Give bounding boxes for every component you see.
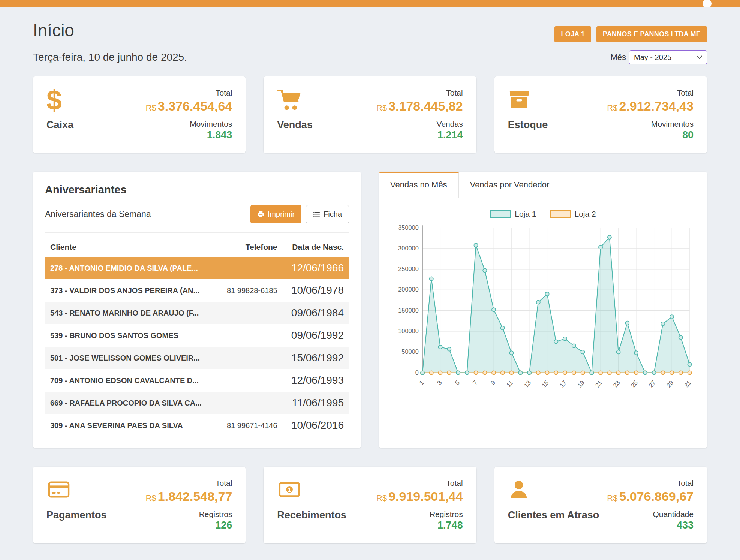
stat-card-title: Clientes em Atraso — [508, 509, 599, 521]
svg-text:50000: 50000 — [401, 348, 419, 355]
stat-total-label: Total — [376, 479, 463, 488]
birthday-row[interactable]: 309 - ANA SEVERINA PAES DA SILVA 81 9967… — [45, 414, 349, 437]
stat-card-title: Pagamentos — [46, 509, 107, 521]
svg-text:1: 1 — [288, 487, 291, 493]
svg-text:350000: 350000 — [398, 224, 419, 231]
stat-total-value: R$3.178.445,82 — [376, 99, 463, 114]
birthday-row[interactable]: 709 - ANTONIO EDSON CAVALCANTE D... 12/0… — [45, 369, 349, 392]
printer-icon — [257, 211, 264, 218]
current-date: Terça-feira, 10 de junho de 2025. — [33, 51, 187, 63]
birthdays-title: Aniversariantes — [45, 184, 349, 196]
client-cell: 539 - BRUNO DOS SANTOS GOMES — [45, 324, 207, 347]
legend-item-loja2: Loja 2 — [550, 210, 596, 219]
stat-total-label: Total — [607, 479, 694, 488]
box-icon — [508, 88, 548, 113]
stat-total-label: Total — [146, 88, 232, 97]
birthday-row[interactable]: 539 - BRUNO DOS SANTOS GOMES 09/06/1992 — [45, 324, 349, 347]
ficha-button[interactable]: Ficha — [306, 205, 349, 223]
birthday-row[interactable]: 373 - VALDIR DOS ANJOS PEREIRA (AN... 81… — [45, 279, 349, 302]
stat-card-recebimentos: 1 Recebimentos Total R$9.919.501,44 Regi… — [264, 467, 476, 543]
dollar-icon: $ — [46, 88, 73, 113]
birthdate-cell: 10/06/1978 — [283, 279, 349, 302]
svg-text:25: 25 — [629, 379, 639, 389]
column-header-nascimento: Data de Nasc. — [283, 236, 349, 257]
stat-card-title: Recebimentos — [277, 509, 346, 521]
birthday-row[interactable]: 543 - RENATO MARINHO DE ARAUJO (F... 09/… — [45, 302, 349, 324]
user-avatar[interactable] — [703, 0, 712, 7]
month-select[interactable]: May - 2025 — [629, 50, 707, 64]
stat-card-title: Caixa — [46, 119, 73, 131]
svg-text:13: 13 — [523, 379, 532, 389]
print-button[interactable]: Imprimir — [250, 205, 301, 223]
birthdate-cell: 12/06/1993 — [283, 369, 349, 392]
shopping-cart-icon — [277, 88, 313, 113]
birthday-row[interactable]: 501 - JOSE WELISSON GOMES OLIVEIR... 15/… — [45, 347, 349, 369]
stat-card-vendas: Vendas Total R$3.178.445,82 Vendas 1.214 — [264, 76, 476, 153]
stat-card-title: Vendas — [277, 119, 313, 131]
birthday-row[interactable]: 669 - RAFAELA PROCOPIO DA SILVA CA... 11… — [45, 392, 349, 414]
phone-cell: 81 99828-6185 — [207, 279, 283, 302]
svg-text:100000: 100000 — [398, 328, 419, 334]
svg-text:1: 1 — [418, 379, 425, 386]
birthdate-cell: 09/06/1992 — [283, 324, 349, 347]
column-header-telefone: Telefone — [207, 236, 283, 257]
phone-cell — [207, 324, 283, 347]
stat-card-estoque: Estoque Total R$2.912.734,43 Movimentos … — [494, 76, 707, 153]
stat-total-value: R$9.919.501,44 — [376, 489, 463, 504]
client-cell: 373 - VALDIR DOS ANJOS PEREIRA (AN... — [45, 279, 207, 302]
phone-cell — [207, 369, 283, 392]
stat-total-label: Total — [607, 88, 694, 97]
svg-text:3: 3 — [436, 379, 443, 386]
svg-text:29: 29 — [665, 379, 674, 389]
person-icon — [508, 479, 599, 503]
stat-count-value: 433 — [607, 520, 694, 531]
sales-month-chart: 0500001000001500002000002500003000003500… — [389, 220, 697, 400]
svg-text:200000: 200000 — [398, 286, 419, 293]
tab-vendas-por-vendedor[interactable]: Vendas por Vendedor — [459, 172, 561, 198]
birthdate-cell: 10/06/2016 — [283, 414, 349, 437]
client-cell: 278 - ANTONIO EMIDIO DA SILVA (PALE... — [45, 257, 207, 279]
top-accent-bar — [0, 0, 740, 7]
svg-text:27: 27 — [647, 379, 656, 389]
svg-text:15: 15 — [540, 379, 550, 389]
credit-card-icon — [46, 479, 107, 503]
stat-total-label: Total — [146, 479, 232, 488]
birthdays-table: Cliente Telefone Data de Nasc. 278 - ANT… — [45, 236, 349, 437]
stat-total-value: R$3.376.454,64 — [146, 99, 232, 114]
phone-cell — [207, 257, 283, 279]
stat-secondary-label: Movimentos — [146, 120, 232, 129]
stat-secondary-label: Registros — [146, 510, 232, 519]
svg-text:23: 23 — [611, 379, 621, 389]
svg-text:21: 21 — [594, 379, 603, 389]
birthdate-cell: 15/06/1992 — [283, 347, 349, 369]
svg-text:17: 17 — [558, 379, 568, 389]
svg-text:19: 19 — [576, 379, 585, 389]
client-cell: 501 - JOSE WELISSON GOMES OLIVEIR... — [45, 347, 207, 369]
stat-total-label: Total — [376, 88, 463, 97]
svg-text:9: 9 — [489, 379, 497, 386]
stat-count-value: 80 — [607, 129, 694, 141]
chart-legend: Loja 1 Loja 2 — [389, 210, 697, 219]
stat-card-caixa: $ Caixa Total R$3.376.454,64 Movimentos … — [33, 76, 246, 153]
phone-cell: 81 99671-4146 — [207, 414, 283, 437]
stat-count-value: 1.748 — [376, 520, 463, 531]
legend-swatch-loja1 — [490, 210, 511, 218]
store-button[interactable]: LOJA 1 — [554, 26, 591, 42]
birthdays-panel: Aniversariantes Aniversariantes da Seman… — [33, 172, 361, 448]
stat-card-title: Estoque — [508, 119, 548, 131]
stat-total-value: R$2.912.734,43 — [607, 99, 694, 114]
birthdays-subtitle: Aniversariantes da Semana — [45, 209, 151, 219]
company-button[interactable]: PANNOS E PANNOS LTDA ME — [596, 26, 707, 42]
birthdate-cell: 09/06/1984 — [283, 302, 349, 324]
client-cell: 309 - ANA SEVERINA PAES DA SILVA — [45, 414, 207, 437]
legend-swatch-loja2 — [550, 210, 571, 218]
phone-cell — [207, 302, 283, 324]
stat-secondary-label: Quantidade — [607, 510, 694, 519]
legend-item-loja1: Loja 1 — [490, 210, 536, 219]
tab-vendas-no-mes[interactable]: Vendas no Mês — [379, 172, 459, 198]
phone-cell — [207, 347, 283, 369]
birthday-row[interactable]: 278 - ANTONIO EMIDIO DA SILVA (PALE... 1… — [45, 257, 349, 279]
month-label: Mês — [610, 52, 626, 62]
stat-total-value: R$5.076.869,67 — [607, 489, 694, 504]
dashboard: Início LOJA 1 PANNOS E PANNOS LTDA ME Te… — [0, 7, 740, 560]
